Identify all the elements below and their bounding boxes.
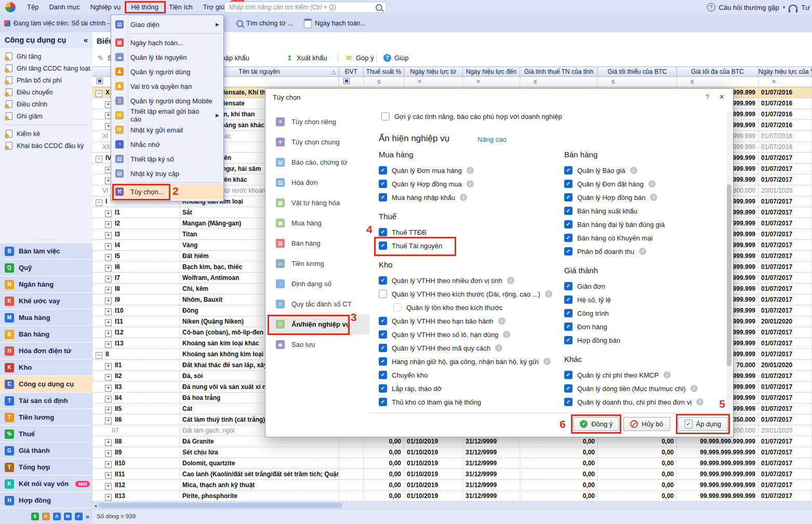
info-icon[interactable]: i <box>663 371 671 379</box>
info-icon[interactable]: i <box>460 194 467 201</box>
nav-kho[interactable]: KKho <box>0 359 92 375</box>
checkbox-row[interactable]: ✔Quản lý Hợp đồng báni <box>564 191 736 204</box>
sidebar-item[interactable]: Ghi tăng <box>0 50 92 62</box>
checkbox-checked-icon[interactable]: ✔ <box>564 220 573 229</box>
checkbox-row[interactable]: ✔Quản lý chi phí theo KMCPi <box>564 368 736 382</box>
info-icon[interactable]: i <box>467 167 474 174</box>
checkbox-row[interactable]: ✔Chuyển kho <box>379 368 562 382</box>
expand-row-icon[interactable]: + <box>105 341 112 348</box>
nav-tổng-hợp[interactable]: TTổng hợp <box>0 459 92 475</box>
menu-1[interactable]: Danh mục <box>44 0 85 15</box>
checkbox-row[interactable]: ✔Hệ số, tỷ lệ <box>564 293 736 306</box>
checkbox-row[interactable]: ✔Quản lý VTHH theo hạn bảo hànhi <box>379 314 562 328</box>
system-menu-item[interactable]: ◔Nhắc nhở <box>111 137 223 152</box>
dialog-nav-vật-tư-hàng-hóa[interactable]: ▦Vật tư hàng hóa <box>265 193 369 213</box>
dialog-nav-báo-cáo,-chứng-từ[interactable]: ▤Báo cáo, chứng từ <box>265 152 369 172</box>
tasks-icon[interactable]: ✔ <box>75 513 83 520</box>
column-header-4[interactable]: Ngày hiệu lực từ <box>404 66 463 77</box>
info-icon[interactable]: i <box>648 180 656 187</box>
filter-cell-5[interactable]: = <box>463 77 520 87</box>
info-icon[interactable]: i <box>630 167 637 174</box>
checkbox-row[interactable]: ✔Quản lý VTHH theo nhiều đơn vị tínhi <box>379 274 562 287</box>
checkbox-row[interactable]: ✔Quản lý Đơn mua hàngi <box>379 164 562 177</box>
checkbox-unchecked-icon[interactable] <box>393 303 402 312</box>
expand-row-icon[interactable]: + <box>105 276 112 283</box>
column-header-3[interactable]: Thuế suất % <box>364 66 404 77</box>
system-menu-item[interactable]: ✉Nhật ký gửi email <box>111 123 223 137</box>
dialog-scrollbar[interactable] <box>727 112 731 411</box>
info-icon[interactable]: i <box>690 385 698 392</box>
dialog-nav-bán-hàng[interactable]: ▥Bán hàng <box>265 233 369 253</box>
menu-2[interactable]: Nghiệp vụ <box>85 0 126 15</box>
dialog-nav-quy-tắc-đánh-số-ct[interactable]: ≡Quy tắc đánh số CT <box>265 294 369 314</box>
info-icon[interactable]: i <box>543 358 551 365</box>
checkbox-checked-icon[interactable]: ✔ <box>564 193 573 201</box>
nav-bán-hàng[interactable]: BBán hàng <box>0 326 92 342</box>
dialog-nav-tiền-lương[interactable]: ▭Tiền lương <box>265 253 369 274</box>
info-icon[interactable]: i <box>696 398 703 406</box>
chevron-down-icon[interactable]: ▾ <box>783 5 786 10</box>
expand-row-icon[interactable]: + <box>105 472 112 479</box>
filter-cell-9[interactable]: = <box>758 77 812 87</box>
support-icon[interactable] <box>789 5 797 10</box>
checkbox-row[interactable]: ✔Bán hàng xuất khẩu <box>564 204 736 218</box>
nav-quỹ[interactable]: QQuỹ <box>0 259 92 276</box>
column-header-5[interactable]: Ngày hiệu lực đến <box>463 66 520 77</box>
dialog-nav-ẩn-hiện-nghiệp-vụ[interactable]: ☰Ẩn/hiện nghiệp vụ3 <box>265 314 369 334</box>
dialog-nav-hóa-đơn[interactable]: ▤Hóa đơn <box>265 172 369 193</box>
expand-row-icon[interactable]: + <box>105 243 112 250</box>
checkbox-checked-icon[interactable]: ✔ <box>564 207 573 215</box>
checkbox-checked-icon[interactable]: ✔ <box>564 295 573 304</box>
checkbox-row[interactable]: ✔Đơn hàng <box>564 320 736 333</box>
checkbox-row[interactable]: Quản lý VTHH theo kích thước (Dài, rộng,… <box>379 287 562 301</box>
checkbox-row[interactable]: ✔Quản lý Đơn đặt hàngi <box>564 177 736 191</box>
toolbar-2[interactable]: ↥Xuất khẩu <box>286 49 327 66</box>
table-row[interactable]: +II8Đá Granite0,0001/10/201931/12/99990,… <box>92 436 812 447</box>
sidebar-item[interactable]: Phân bổ chi phí <box>0 74 92 86</box>
system-menu-item[interactable]: ▤Thiết lập ký số <box>111 152 223 166</box>
checkbox-row[interactable]: Quản lý tồn kho theo kích thước <box>379 301 562 314</box>
checkbox-checked-icon[interactable]: ✔ <box>379 276 387 285</box>
dialog-scrollbar-thumb[interactable] <box>727 184 731 366</box>
info-icon[interactable]: i <box>467 180 474 187</box>
mailbox-icon[interactable]: M <box>64 513 72 520</box>
info-icon[interactable]: i <box>498 317 505 325</box>
filter-cell-4[interactable]: = <box>404 77 463 87</box>
menu-3[interactable]: Hệ thống1 <box>126 0 164 15</box>
system-menu-item[interactable]: ▦Ngày hạch toán... <box>111 35 223 50</box>
đồng-ý-button[interactable]: ✔Đồng ý6 <box>573 417 619 431</box>
checkbox-row[interactable]: ✔Bán hàng có Khuyến mại <box>564 231 736 245</box>
system-menu-item[interactable]: ▤Giao diện▶ <box>111 17 223 32</box>
column-header-9[interactable]: Ngày hiệu lực của V <box>758 66 812 77</box>
expand-row-icon[interactable]: + <box>105 407 112 413</box>
expand-row-icon[interactable]: + <box>105 363 112 370</box>
system-menu-item[interactable]: ♟Vai trò và quyền hạn <box>111 79 223 93</box>
checkbox-row[interactable]: ✔Quản lý Báo giái <box>564 164 736 177</box>
checkbox-checked-icon[interactable]: ✔ <box>379 371 387 379</box>
filter-cell-2[interactable] <box>339 77 364 87</box>
info-icon[interactable]: i <box>545 290 552 298</box>
checkbox-row[interactable]: ✔Quản lý VTHH theo mã quy cáchi <box>379 341 562 355</box>
system-menu-item[interactable]: ✉Thiết lập email gửi báo cáo▶ <box>111 108 223 123</box>
find-voucher-button[interactable]: Tìm chứng từ ... <box>236 15 293 32</box>
checkbox-row[interactable]: ✔Lắp ráp, tháo dỡ <box>379 382 562 395</box>
horizontal-scrollbar[interactable]: ◂ <box>92 502 812 509</box>
collapse-row-icon[interactable]: − <box>96 156 102 163</box>
advanced-link[interactable]: Nâng cao <box>477 136 507 143</box>
nav-ngân-hàng[interactable]: NNgân hàng <box>0 276 92 292</box>
posting-date-button[interactable]: Ngày hạch toán... <box>304 15 366 32</box>
filter-cell-3[interactable]: ≤ <box>364 77 404 87</box>
checkbox-checked-icon[interactable]: ✔ <box>564 234 573 242</box>
system-menu-item[interactable]: ⚒Tùy chọn...2 <box>111 184 223 199</box>
scrollbar-thumb[interactable] <box>98 503 342 508</box>
table-row[interactable]: +II13Pirite, phosphorite0,0001/10/201931… <box>92 491 812 502</box>
checkbox-row[interactable]: ✔Thủ kho có tham gia hệ thống <box>379 395 562 409</box>
sidebar-item[interactable]: Khai báo CCDC đầu kỳ <box>0 140 92 152</box>
faq-link[interactable]: Câu hỏi thường gặp <box>719 4 779 11</box>
filter-cell-7[interactable]: ≤ <box>598 77 677 87</box>
checkbox-checked-icon[interactable]: ✔ <box>564 309 573 317</box>
checkbox-row[interactable]: ✔Giản đơn <box>564 279 736 293</box>
table-row[interactable]: +II12Mica, thạch anh kỹ thuật0,0001/10/2… <box>92 480 812 491</box>
cash-icon[interactable]: $ <box>31 513 39 520</box>
checkbox-checked-icon[interactable]: ✔ <box>379 193 387 201</box>
